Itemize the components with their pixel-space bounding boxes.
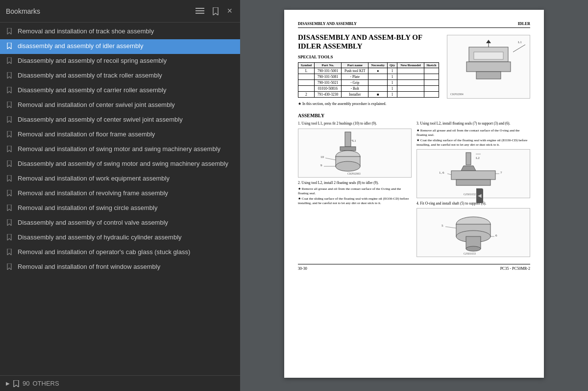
bookmarks-panel: Bookmarks × R xyxy=(0,0,240,391)
bookmarks-list[interactable]: Removal and installation of track shoe a… xyxy=(0,23,240,375)
bookmark-item-6[interactable]: Disassembly and assembly of center swive… xyxy=(0,113,240,128)
svg-text:L1: L1 xyxy=(352,139,356,143)
tools-cell-1-1: 790-101-5081 xyxy=(314,74,341,80)
bookmark-item-0[interactable]: Removal and installation of track shoe a… xyxy=(0,25,240,39)
bookmark-item-4[interactable]: Disassembly and assembly of carrier roll… xyxy=(0,83,240,98)
special-tools-label: SPECIAL TOOLS xyxy=(298,54,439,59)
svg-text:1, 6: 1, 6 xyxy=(439,171,444,175)
others-count: 90 xyxy=(23,380,29,387)
tools-cell-4-2: Installer xyxy=(342,92,368,98)
bookmark-item-15[interactable]: Removal and installation of operator's c… xyxy=(0,245,240,260)
tools-cell-1-0 xyxy=(298,74,315,80)
svg-rect-6 xyxy=(476,72,501,79)
diagram-gjs01032: L2 1, 6 7 GJS01032 xyxy=(416,149,530,198)
bookmark-item-12[interactable]: Removal and installation of swing circle… xyxy=(0,201,240,216)
bookmark-view-button[interactable] xyxy=(210,5,221,17)
step2: 2. Using tool L2, install 2 floating sea… xyxy=(298,181,412,186)
bookmark-text-3: Disassembly and assembly of track roller… xyxy=(18,71,235,80)
bookmark-item-7[interactable]: Removal and installation of floor frame … xyxy=(0,128,240,142)
bookmark-icon-10 xyxy=(7,175,14,184)
bookmark-item-9[interactable]: Disassembly and assembly of swing motor … xyxy=(0,157,240,172)
bookmark-item-3[interactable]: Disassembly and assembly of track roller… xyxy=(0,69,240,83)
svg-line-41 xyxy=(445,227,456,228)
svg-text:GJS01033: GJS01033 xyxy=(464,252,476,255)
tools-cell-0-5 xyxy=(397,68,424,74)
list-view-button[interactable] xyxy=(194,5,206,17)
bookmark-icon-13 xyxy=(7,219,14,228)
step2-note2: ★ Coat the sliding surface of the floati… xyxy=(298,197,412,206)
diagram-ckp02983-svg: L1 10 9 CKP02983 xyxy=(318,130,392,176)
col-part-no: Part No. xyxy=(314,63,341,68)
svg-rect-13 xyxy=(340,147,356,151)
svg-rect-24 xyxy=(466,153,471,165)
close-panel-button[interactable]: × xyxy=(225,4,234,18)
list-view-icon xyxy=(196,7,204,15)
col-sketch: Sketch xyxy=(424,63,439,68)
tools-cell-1-2: - Plate xyxy=(342,74,368,80)
tools-cell-2-2: - Grip xyxy=(342,80,368,86)
bookmark-item-13[interactable]: Disassembly and assembly of control valv… xyxy=(0,216,240,231)
tools-row-1: 790-101-5081- Plate1 xyxy=(298,74,439,80)
bookmark-item-2[interactable]: Disassembly and assembly of recoil sprin… xyxy=(0,54,240,69)
others-label: OTHERS xyxy=(32,380,59,387)
bookmark-icon-3 xyxy=(7,72,14,81)
tools-cell-2-4: 1 xyxy=(387,80,397,86)
bookmark-item-8[interactable]: Removal and installation of swing motor … xyxy=(0,142,240,157)
svg-marker-8 xyxy=(486,40,491,43)
tools-cell-4-1: 791-430-3230 xyxy=(314,92,341,98)
pdf-content-grid: 1. Using tool L1, press fit 2 bushings (… xyxy=(298,121,530,259)
svg-rect-12 xyxy=(345,132,351,147)
bookmark-text-6: Disassembly and assembly of center swive… xyxy=(18,115,235,124)
tools-cell-1-6 xyxy=(424,74,439,80)
pdf-steps-left: 1. Using tool L1, press fit 2 bushings (… xyxy=(298,121,412,259)
bookmarks-footer[interactable]: ▶ 90 OTHERS xyxy=(0,375,240,391)
bookmark-item-14[interactable]: Disassembly and assembly of hydraulic cy… xyxy=(0,231,240,245)
tools-cell-2-5 xyxy=(397,80,424,86)
bookmark-text-8: Removal and installation of swing motor … xyxy=(18,145,235,154)
tools-cell-0-6 xyxy=(424,68,439,74)
step3: 3. Using tool L2, install floating seals… xyxy=(416,121,530,127)
bookmark-item-5[interactable]: Removal and installation of center swive… xyxy=(0,98,240,113)
pdf-main-title: DISASSEMBLY AND ASSEM-BLY OF IDLER ASSEM… xyxy=(298,33,439,51)
step3-note1: ★ Remove all grease and oil from the con… xyxy=(416,129,530,137)
bookmark-item-16[interactable]: Removal and installation of front window… xyxy=(0,260,240,275)
pdf-footer-right: PC35 - PC50MR-2 xyxy=(500,266,530,271)
pdf-header-right: IDLER xyxy=(518,22,530,26)
bookmark-text-13: Disassembly and assembly of control valv… xyxy=(18,218,235,227)
bookmark-icon-8 xyxy=(7,146,14,155)
bookmark-text-11: Removal and installation of revolving fr… xyxy=(18,189,235,198)
collapse-panel-button[interactable]: ◀ xyxy=(476,188,483,203)
tools-cell-4-0: 2 xyxy=(298,92,315,98)
tools-cell-4-5 xyxy=(397,92,424,98)
bookmark-item-11[interactable]: Removal and installation of revolving fr… xyxy=(0,186,240,201)
pdf-header: DISASSEMBLY AND ASSEMBLY IDLER xyxy=(298,22,530,28)
svg-line-20 xyxy=(325,158,336,160)
tools-cell-3-3 xyxy=(368,86,388,92)
bookmark-text-16: Removal and installation of front window… xyxy=(18,262,235,271)
bookmark-footer-icon xyxy=(13,380,20,387)
bookmark-view-icon xyxy=(212,7,219,15)
tools-cell-4-6 xyxy=(424,92,439,98)
bookmark-icon-7 xyxy=(7,131,14,140)
svg-point-16 xyxy=(336,161,360,171)
pdf-footer: 30-30 PC35 - PC50MR-2 xyxy=(298,264,530,271)
special-tools-table: Symbol Part No. Part name Necessity Qty … xyxy=(298,62,439,98)
tools-cell-0-2: Push tool KIT xyxy=(342,68,368,74)
bookmark-icon-5 xyxy=(7,102,14,110)
bookmark-text-15: Removal and installation of operator's c… xyxy=(18,248,235,257)
pdf-title-block: DISASSEMBLY AND ASSEM-BLY OF IDLER ASSEM… xyxy=(298,33,530,108)
tools-row-2: 790-101-5021- Grip1 xyxy=(298,80,439,86)
diagram-top-right: L1 CKP02984 xyxy=(447,35,530,99)
svg-text:7: 7 xyxy=(500,171,502,175)
col-part-name: Part name xyxy=(342,63,368,68)
bookmark-text-7: Removal and installation of floor frame … xyxy=(18,130,235,139)
svg-text:10: 10 xyxy=(320,155,324,159)
svg-rect-4 xyxy=(474,52,503,59)
tools-cell-0-0: L xyxy=(298,68,315,74)
tools-row-4: 2791-430-3230Installer■1 xyxy=(298,92,439,98)
bookmark-item-10[interactable]: Removal and installation of work equipme… xyxy=(0,172,240,186)
bookmarks-controls: × xyxy=(194,4,234,18)
step1: 1. Using tool L1, press fit 2 bushings (… xyxy=(298,121,412,127)
bookmark-item-1[interactable]: disassembly and assembly of idler assemb… xyxy=(0,39,240,54)
svg-rect-5 xyxy=(466,62,511,72)
